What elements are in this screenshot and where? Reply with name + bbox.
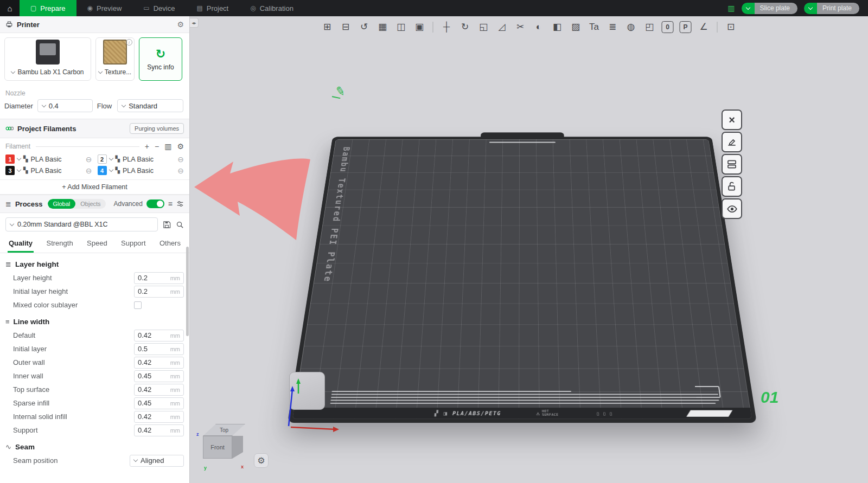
remove-filament-icon[interactable]: − (155, 143, 159, 150)
move-icon[interactable]: ┼ (439, 20, 454, 34)
cut-icon[interactable]: ✂ (513, 20, 528, 34)
measure-icon[interactable]: ∠ (697, 20, 711, 34)
edit-plate-name-icon[interactable]: ✎ (334, 83, 346, 99)
search-preset-button[interactable] (176, 221, 184, 229)
nozzle-diameter-select[interactable]: 0.4 (37, 99, 93, 112)
rotate-icon[interactable]: ↻ (458, 20, 473, 34)
seam-position-select[interactable]: Aligned (130, 455, 184, 467)
line-width-outer-wall-input[interactable]: 0.42 mm (134, 357, 184, 369)
advanced-toggle[interactable] (146, 199, 164, 208)
mesh-boolean-icon[interactable]: ◍ (624, 20, 639, 34)
visibility-button[interactable] (722, 198, 742, 219)
tab-speed[interactable]: Speed (86, 236, 108, 253)
home-button[interactable]: ⌂ (0, 0, 20, 16)
scope-objects-tab[interactable]: Objects (75, 199, 105, 209)
scale-icon[interactable]: ◱ (476, 20, 491, 34)
filament-settings-gear-icon[interactable]: ⚙ (177, 143, 184, 150)
sync-info-button[interactable]: ↻ Sync info (139, 37, 182, 81)
ams-sync-icon[interactable]: ▥ (164, 143, 171, 150)
filament-name: PLA Basic (123, 156, 175, 163)
tune-icon[interactable] (176, 200, 184, 208)
initial-layer-height-input[interactable]: 0.2 mm (134, 286, 184, 298)
plate-brand-text: Bambu Textured PEI Plate (321, 147, 352, 282)
viewport-3d[interactable]: ◂▸ ⊞ ⊟ ↺ ▦ ◫ ▣ ┼ ↻ ◱ ◿ ✂ ◐ ◧ ▨ Ta ≣ ◍ ◰ … (190, 16, 868, 483)
info-icon[interactable]: i (126, 39, 132, 46)
mixed-color-sublayer-checkbox[interactable] (134, 301, 142, 309)
process-preset-select[interactable]: 0.20mm Standard @BBL X1C (5, 217, 158, 231)
line-width-internal-solid-infill-input[interactable]: 0.42 mm (134, 411, 184, 423)
tab-support[interactable]: Support (120, 236, 147, 253)
tab-device[interactable]: ▭ Device (132, 0, 186, 16)
param-label: Outer wall (13, 358, 134, 366)
plate-arrange-button[interactable] (722, 154, 742, 175)
lock-plate-button[interactable] (722, 176, 742, 197)
param-row: Internal solid infill 0.42 mm (0, 410, 189, 423)
filament-slot-3[interactable]: 3 ▚ PLA Basic ⊖ (5, 166, 92, 175)
layer-height-input[interactable]: 0.2 mm (134, 272, 184, 284)
delete-plate-button[interactable]: × (722, 110, 742, 130)
slice-plate-button[interactable]: Slice plate (742, 3, 797, 14)
auto-orient-icon[interactable]: ↺ (357, 20, 372, 34)
filament-edit-icon[interactable]: ⊖ (177, 166, 184, 175)
tab-calibration[interactable]: ◎ Calibration (239, 0, 304, 16)
filament-slot-4[interactable]: 4 ▚ PLA Basic ⊖ (98, 166, 184, 175)
variable-layer-height-icon[interactable]: ≣ (605, 20, 620, 34)
tab-preview[interactable]: ◉ Preview (76, 0, 133, 16)
extra-tool-icon[interactable]: ⊡ (724, 20, 738, 34)
text-tool-icon[interactable]: Ta (587, 20, 602, 34)
sidebar-collapse-handle[interactable]: ◂▸ (190, 18, 199, 28)
split-to-parts-icon[interactable]: ▣ (412, 20, 427, 34)
line-width-initial-layer-input[interactable]: 0.5 mm (134, 343, 184, 355)
printer-settings-gear-icon[interactable]: ⚙ (177, 20, 184, 29)
line-width-sparse-infill-input[interactable]: 0.45 mm (134, 397, 184, 409)
unit-label: mm (170, 427, 180, 434)
tab-prepare[interactable]: ▢ Prepare (20, 0, 76, 16)
sidebar-scrollbar[interactable] (186, 247, 189, 336)
printer-select-card[interactable]: Bambu Lab X1 Carbon (4, 37, 91, 81)
plate-settings-button[interactable] (722, 132, 742, 152)
line-width-top-surface-input[interactable]: 0.42 mm (134, 384, 184, 396)
view-settings-button[interactable]: ⚙ (254, 453, 269, 468)
add-mixed-filament-button[interactable]: + Add Mixed Filament (0, 179, 189, 195)
arrange-icon[interactable]: ▦ (375, 20, 390, 34)
nav-cube-side-face[interactable] (232, 436, 243, 459)
plate-type-card[interactable]: i Texture... (95, 37, 135, 81)
split-to-objects-icon[interactable]: ◫ (394, 20, 409, 34)
preset-list-icon[interactable]: ≡ (168, 199, 173, 208)
add-plate-icon[interactable]: ⊟ (339, 20, 353, 34)
tab-strength[interactable]: Strength (45, 236, 74, 253)
nozzle-flow-select[interactable]: Standard (117, 99, 183, 112)
add-filament-icon[interactable]: + (145, 143, 149, 150)
save-preset-button[interactable] (163, 221, 171, 229)
line-width-support-input[interactable]: 0.42 mm (134, 424, 184, 436)
lay-on-face-icon[interactable]: ◿ (495, 20, 509, 34)
tab-others[interactable]: Others (158, 236, 182, 253)
filament-slot-2[interactable]: 2 ▚ PLA Basic ⊖ (98, 154, 184, 164)
support-paint-icon[interactable]: ▨ (569, 20, 583, 34)
add-object-icon[interactable]: ⊞ (320, 20, 335, 34)
print-plate-button[interactable]: Print plate (804, 3, 859, 14)
nav-cube-top-face[interactable]: Top (203, 424, 245, 436)
nav-cube-front-face[interactable]: Front (203, 436, 232, 459)
tab-quality[interactable]: Quality (8, 236, 34, 253)
filament-edit-icon[interactable]: ⊖ (86, 166, 92, 175)
filament-edit-icon[interactable]: ⊖ (177, 155, 184, 164)
tab-project[interactable]: ▤ Project (186, 0, 239, 16)
filament-edit-icon[interactable]: ⊖ (86, 155, 92, 164)
plate-status-icon[interactable]: ▥ (727, 4, 735, 12)
scope-global-tab[interactable]: Global (48, 199, 76, 209)
model-object-sheet[interactable] (289, 372, 325, 410)
navigation-cube[interactable]: Top Front z x y (203, 424, 250, 474)
paint-label-icon[interactable]: P (680, 21, 692, 33)
line-width-default-input[interactable]: 0.42 mm (134, 330, 184, 342)
line-width-inner-wall-input[interactable]: 0.45 mm (134, 370, 184, 382)
filament-slot-1[interactable]: 1 ▚ PLA Basic ⊖ (5, 154, 92, 164)
objects-label-icon[interactable]: 0 (662, 21, 674, 33)
slice-dropdown-chevron-icon[interactable] (742, 3, 755, 14)
assembly-view-icon[interactable]: ◰ (642, 20, 657, 34)
color-paint-icon[interactable]: ◧ (550, 20, 565, 34)
unit-label: mm (170, 288, 180, 295)
print-dropdown-chevron-icon[interactable] (804, 3, 817, 14)
purging-volumes-button[interactable]: Purging volumes (130, 123, 184, 134)
mirror-icon[interactable]: ◐ (532, 20, 546, 34)
